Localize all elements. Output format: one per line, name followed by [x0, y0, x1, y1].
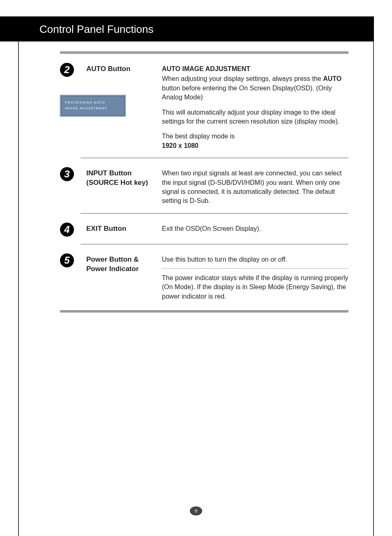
osd-preview-box: PROCESSING AUTO IMAGE ADJUSTMENT	[60, 95, 126, 117]
section-title: Control Panel Functions	[39, 23, 153, 35]
function-description: AUTO IMAGE ADJUSTMENT When adjusting you…	[162, 63, 348, 150]
page-number: 9	[190, 506, 202, 515]
number-badge-icon: 2	[60, 63, 74, 77]
divider-thin	[81, 158, 348, 158]
label-line: Power Button &	[86, 255, 155, 265]
osd-text-line: IMAGE ADJUSTMENT	[65, 106, 121, 111]
osd-text-line: PROCESSING AUTO	[65, 100, 121, 106]
function-label: INPUT Button (SOURCE Hot key)	[86, 167, 155, 188]
text-bold: AUTO	[323, 75, 341, 82]
function-label: Power Button & Power Indicator	[86, 253, 155, 274]
resolution-value: 1920 x 1080	[162, 141, 348, 150]
label-line: (SOURCE Hot key)	[86, 178, 155, 188]
divider-thin	[81, 244, 348, 244]
description-heading: AUTO IMAGE ADJUSTMENT	[162, 64, 348, 74]
description-paragraph: The best display mode is	[162, 132, 348, 141]
function-description: Use this button to turn the display on o…	[162, 253, 348, 301]
function-row-exit: 4 EXIT Button Exit the OSD(On Screen Dis…	[60, 223, 348, 237]
label-line: Power Indicator	[86, 265, 155, 274]
description-line: Use this button to turn the display on o…	[162, 255, 348, 264]
label-line: INPUT Button	[86, 169, 155, 178]
function-label: EXIT Button	[86, 223, 155, 234]
number-column: 5	[60, 253, 80, 267]
divider-thin	[81, 213, 348, 214]
description-line: The power indicator stays white if the d…	[162, 274, 348, 301]
text-fragment: When adjusting your display settings, al…	[162, 75, 323, 82]
function-description: Exit the OSD(On Screen Display).	[162, 223, 348, 233]
manual-page: Control Panel Functions 2 PROCESSING AUT…	[18, 16, 374, 536]
divider-thick	[60, 51, 348, 54]
number-badge-icon: 5	[60, 253, 74, 267]
number-column: 4	[60, 223, 80, 237]
number-badge-icon: 3	[60, 167, 74, 181]
function-row-power: 5 Power Button & Power Indicator Use thi…	[60, 253, 348, 301]
function-row-auto: 2 PROCESSING AUTO IMAGE ADJUSTMENT AUTO …	[60, 63, 348, 150]
number-badge-icon: 4	[60, 223, 74, 237]
function-label: AUTO Button	[86, 63, 155, 74]
page-number-badge: 9	[190, 506, 202, 515]
function-row-input: 3 INPUT Button (SOURCE Hot key) When two…	[60, 167, 348, 206]
content-area: 2 PROCESSING AUTO IMAGE ADJUSTMENT AUTO …	[19, 51, 373, 313]
divider-thick	[60, 310, 348, 313]
number-column: 3	[60, 167, 80, 181]
section-header: Control Panel Functions	[0, 16, 374, 41]
description-paragraph: This will automatically adjust your disp…	[162, 108, 348, 127]
text-fragment: button before entering the On Screen Dis…	[162, 85, 332, 101]
function-description: When two input signals at least are conn…	[162, 167, 348, 206]
description-paragraph: When adjusting your display settings, al…	[162, 74, 348, 102]
number-column: 2 PROCESSING AUTO IMAGE ADJUSTMENT	[60, 63, 80, 117]
divider-dashed	[162, 268, 348, 269]
